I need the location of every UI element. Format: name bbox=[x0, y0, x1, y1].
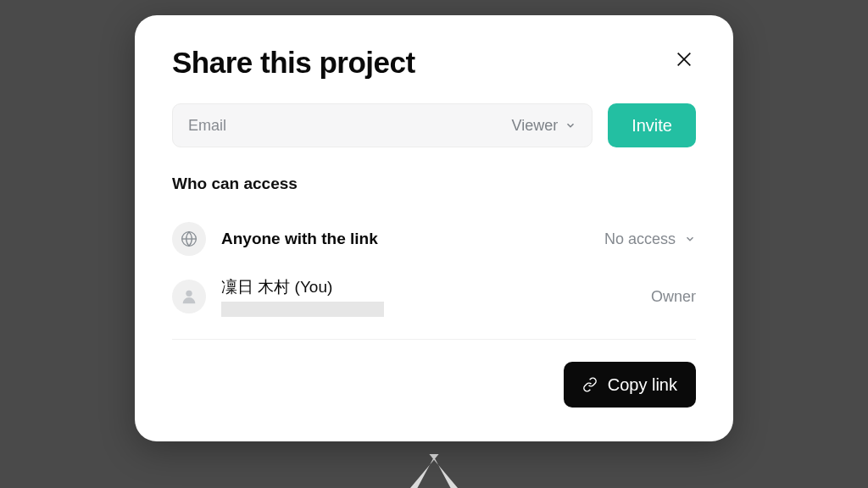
share-modal: Share this project Viewer Invite Who can… bbox=[135, 15, 733, 441]
email-input[interactable] bbox=[188, 117, 511, 135]
user-access-row: 凜日 木村 (You) Owner bbox=[172, 266, 696, 327]
copy-link-label: Copy link bbox=[608, 375, 677, 395]
chevron-down-icon bbox=[684, 233, 696, 245]
user-role-label: Owner bbox=[651, 288, 696, 306]
email-input-wrap: Viewer bbox=[172, 103, 593, 147]
background-image bbox=[375, 454, 493, 488]
copy-link-button[interactable]: Copy link bbox=[564, 362, 696, 408]
divider bbox=[172, 339, 696, 340]
link-access-label: Anyone with the link bbox=[221, 230, 604, 248]
link-permission-dropdown[interactable]: No access bbox=[604, 230, 696, 248]
avatar bbox=[172, 280, 206, 313]
role-select[interactable]: Viewer bbox=[511, 117, 576, 135]
link-icon bbox=[582, 377, 598, 392]
link-permission-label: No access bbox=[604, 230, 676, 248]
role-select-label: Viewer bbox=[511, 117, 558, 135]
globe-icon bbox=[181, 230, 198, 247]
svg-point-4 bbox=[186, 291, 192, 297]
close-icon bbox=[675, 50, 693, 69]
globe-icon-wrap bbox=[172, 222, 206, 256]
person-icon bbox=[180, 287, 198, 306]
user-name: 凜日 木村 (You) bbox=[221, 276, 651, 298]
link-access-row: Anyone with the link No access bbox=[172, 212, 696, 266]
user-email-redacted bbox=[221, 302, 384, 317]
invite-button[interactable]: Invite bbox=[608, 103, 696, 147]
chevron-down-icon bbox=[565, 119, 576, 131]
modal-title: Share this project bbox=[172, 46, 415, 80]
close-button[interactable] bbox=[672, 47, 696, 71]
access-heading: Who can access bbox=[172, 175, 696, 193]
